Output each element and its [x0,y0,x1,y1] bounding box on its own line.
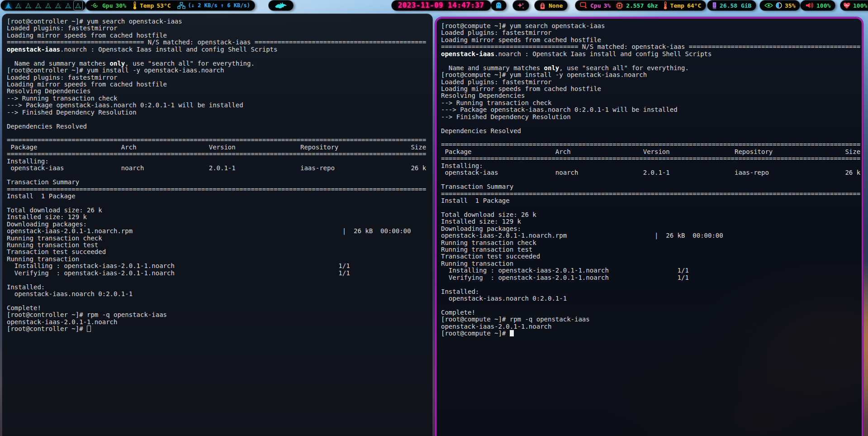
volume-segment[interactable]: 100% [801,0,835,10]
terminal-line: [root@controller ~]# yum search openstac… [7,18,432,25]
terminal-line: --> Running transaction check [441,100,862,106]
terminal-line: Transaction Summary [7,179,432,186]
workspace-5-arch-icon[interactable] [44,1,52,10]
cpu-label: Cpu [590,2,601,9]
terminal-line: --> Finished Dependency Resolution [7,109,432,116]
health-value: 100% [853,2,867,9]
terminal-line: Resolving Dependencies [441,92,862,99]
workspace-7-arch-icon[interactable] [64,1,72,10]
terminal-line: openstack-iaas.noarch : Openstack Iaas i… [441,51,862,57]
gpu-label: Gpu [102,2,113,9]
terminal-line: ========================================… [441,141,862,148]
terminal-line: openstack-iaas.noarch 0:2.0.1-1 [7,291,432,297]
dragon-logo-segment [269,0,293,10]
terminal-line: Loading mirror speeds from cached hostfi… [441,86,862,92]
terminal-line: Install 1 Package [441,197,862,204]
gpu-temp-label: Temp [140,2,154,9]
workspace-4-arch-icon[interactable] [34,1,43,10]
terminal-line [441,134,862,141]
terminal-line: ========================================… [7,137,432,144]
terminal-line [7,116,432,123]
terminal-line: ========================================… [441,155,862,162]
terminal-line: Installing : openstack-iaas-2.0.1-1.noar… [441,267,862,274]
workspace-8-arch-icon[interactable] [74,1,82,10]
terminal-line: openstack-iaas noarch 2.0.1-1 iaas-repo … [7,165,432,172]
terminal-line: [root@controller ~]# yum install -y open… [7,67,432,74]
speaker-icon [805,2,814,9]
heart-pulse-icon [843,2,850,9]
half-moon-icon [776,2,782,9]
terminal-line: Transaction Summary [441,183,862,190]
terminal-line [7,53,432,60]
ghost-segment [491,0,506,10]
workspace-1-arch-icon[interactable] [4,1,13,10]
terminal-line: [root@compute ~]# [441,330,862,337]
workspace-switcher[interactable] [1,0,85,10]
terminal-line [441,302,862,309]
terminal-line: ==================================== N/S… [7,39,432,46]
terminal-line: Name and summary matches only, use "sear… [7,60,432,67]
sparkles-segment [513,0,529,10]
clock-segment: 2023-11-09 14:47:37 [392,0,491,10]
workspace-2-arch-icon[interactable] [14,1,23,10]
terminal-line: Loaded plugins: fastestmirror [7,25,432,32]
terminal-window-controller[interactable]: [root@controller ~]# yum search openstac… [2,14,433,436]
terminal-line: [root@controller ~]# rpm -q openstack-ia… [7,311,432,318]
cpu-freq-value: 2.557 Ghz [626,2,658,9]
terminal-output: [root@controller ~]# yum search openstac… [2,14,432,333]
ram-icon [712,2,717,10]
terminal-line: --> Finished Dependency Resolution [441,114,862,120]
gpu-temp-value: 53°C [157,2,171,9]
terminal-cursor [87,326,91,332]
cpu-segment: Cpu 3% 2.557 Ghz Temp 64°C [575,0,706,10]
terminal-line: ---> Package openstack-iaas.noarch 0:2.0… [441,106,862,113]
terminal-line: Loaded plugins: fastestmirror [441,29,862,36]
terminal-line: ========================================… [7,186,432,193]
terminal-line [7,130,432,137]
terminal-line: Running transaction test [7,242,432,249]
memory-segment: 26.58 GiB [707,0,756,10]
terminal-line: Installed: [441,288,862,295]
terminal-line [441,177,862,183]
terminal-line [7,298,432,305]
dragon-icon [274,1,288,10]
health-segment: 100% [840,0,868,10]
terminal-line [441,204,862,211]
terminal-line: Installed: [7,284,432,291]
terminal-line: Dependencies Resolved [7,123,432,130]
terminal-line: Package Arch Version Repository Size [7,144,432,151]
terminal-line: Running transaction [7,256,432,263]
terminal-line: openstack-iaas-2.0.1-1.noarch [7,319,432,326]
terminal-line [7,172,432,179]
workspace-6-arch-icon[interactable] [54,1,62,10]
terminal-line: Package Arch Version Repository Size [441,149,862,155]
terminal-window-compute[interactable]: [root@compute ~]# yum search openstack-i… [435,17,863,436]
memory-value: 26.58 GiB [720,2,751,9]
terminal-line: Complete! [441,309,862,316]
brightness-segment[interactable]: 35% [760,0,800,10]
workspace-3-arch-icon[interactable] [24,1,33,10]
ghost-icon [495,2,502,10]
thermometer-icon [133,1,137,10]
terminal-line: Loaded plugins: fastestmirror [7,74,432,81]
terminal-line: openstack-iaas.noarch : Openstack Iaas i… [7,46,432,53]
terminal-line: Dependencies Resolved [441,128,862,134]
cpu-temp-label: Temp [670,2,684,9]
terminal-line: Loading mirror speeds from cached hostfi… [7,81,432,88]
terminal-line: Transaction test succeeded [7,249,432,255]
terminal-line: Downloading packages: [441,225,862,232]
brightness-value: 35% [785,2,795,9]
top-status-bar: Gpu 30% Temp 53°C (↓ 2 KB/s ↑ 6 KB/s) 20… [0,0,868,12]
gpu-value: 30% [115,2,126,9]
terminal-line: Running transaction test [441,246,862,253]
terminal-line: Running transaction check [441,240,862,246]
terminal-line: Running transaction check [7,235,432,242]
system-stats-segment: Gpu 30% Temp 53°C (↓ 2 KB/s ↑ 6 KB/s) [86,0,255,10]
terminal-output: [root@compute ~]# yum search openstack-i… [436,19,862,337]
terminal-line: Loading mirror speeds from cached hostfi… [441,37,862,43]
terminal-line: [root@compute ~]# rpm -q openstack-iaas [441,316,862,323]
terminal-line: Transaction test succeeded [441,253,862,260]
terminal-line: Total download size: 26 k [441,211,862,218]
terminal-line: [root@compute ~]# yum search openstack-i… [441,23,862,29]
terminal-line: ========================================… [7,151,432,158]
